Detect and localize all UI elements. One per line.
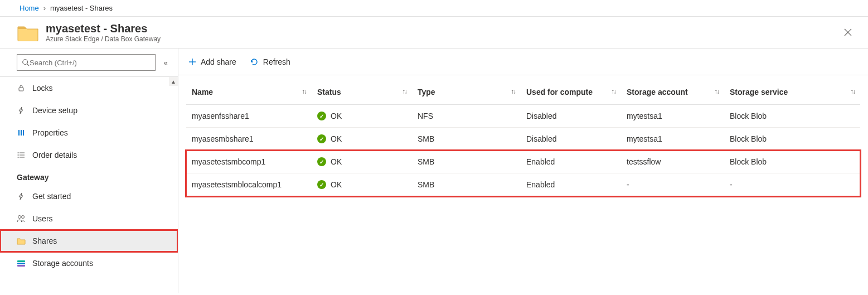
- lock-icon: [17, 84, 26, 93]
- sidebar-item-shares[interactable]: Shares: [0, 230, 178, 252]
- cell-status: ✓OK: [312, 128, 412, 151]
- folder-icon: [17, 22, 39, 42]
- sidebar-scroll[interactable]: ▲ Locks Device setup Properties: [0, 76, 178, 293]
- cell-type: SMB: [412, 128, 521, 151]
- svg-point-12: [18, 216, 21, 219]
- chevron-double-left-icon: «: [163, 59, 167, 67]
- svg-rect-2: [19, 88, 23, 91]
- sort-icon: ↑↓: [850, 88, 855, 95]
- col-name[interactable]: Name↑↓: [186, 81, 312, 105]
- sidebar-item-storage-accounts[interactable]: Storage accounts: [0, 252, 178, 274]
- cell-compute: Enabled: [521, 173, 621, 196]
- ok-icon: ✓: [317, 112, 326, 120]
- sort-icon: ↑↓: [611, 88, 615, 95]
- svg-line-1: [27, 64, 30, 66]
- table-row[interactable]: myasetestsmbcomp1✓OKSMBEnabledtestssflow…: [186, 151, 860, 173]
- search-field[interactable]: [30, 59, 151, 67]
- sliders-icon: [17, 128, 26, 137]
- svg-point-13: [22, 216, 25, 219]
- sidebar-item-get-started[interactable]: Get started: [0, 185, 178, 207]
- cell-type: SMB: [412, 151, 521, 173]
- svg-point-10: [18, 154, 19, 156]
- breadcrumb-home[interactable]: Home: [20, 4, 39, 12]
- cell-type: NFS: [412, 105, 521, 128]
- cell-compute: Enabled: [521, 151, 621, 173]
- breadcrumb: Home › myasetest - Shares: [0, 0, 868, 17]
- sidebar-item-label: Get started: [32, 192, 71, 201]
- cell-compute: Disabled: [521, 105, 621, 128]
- col-service[interactable]: Storage service↑↓: [724, 81, 860, 105]
- page-header: myasetest - Shares Azure Stack Edge / Da…: [0, 17, 868, 48]
- plus-icon: [188, 58, 196, 66]
- bolt-icon: [17, 192, 26, 201]
- col-account[interactable]: Storage account↑↓: [621, 81, 724, 105]
- cell-account: mytestsa1: [621, 105, 724, 128]
- col-type[interactable]: Type↑↓: [412, 81, 521, 105]
- storage-icon: [17, 259, 26, 268]
- sidebar-item-label: Locks: [32, 84, 53, 93]
- sidebar-item-label: Properties: [32, 128, 68, 137]
- refresh-icon: [250, 57, 259, 66]
- col-compute[interactable]: Used for compute↑↓: [521, 81, 621, 105]
- cell-account: mytestsa1: [621, 128, 724, 151]
- cell-service: Block Blob: [724, 128, 860, 151]
- ok-icon: ✓: [317, 157, 326, 166]
- breadcrumb-current: myasetest - Shares: [50, 4, 113, 12]
- cell-name: myasetestsmbcomp1: [186, 151, 312, 173]
- add-share-label: Add share: [201, 57, 236, 66]
- cell-status: ✓OK: [312, 173, 412, 196]
- svg-point-11: [18, 157, 19, 158]
- sidebar-item-label: Device setup: [32, 106, 77, 115]
- cell-status: ✓OK: [312, 151, 412, 173]
- sort-icon: ↑↓: [402, 88, 406, 95]
- close-button[interactable]: [839, 23, 857, 41]
- refresh-button[interactable]: Refresh: [250, 57, 290, 66]
- refresh-label: Refresh: [263, 57, 290, 66]
- shares-table: Name↑↓ Status↑↓ Type↑↓ Used for compute↑…: [186, 81, 860, 196]
- table-header-row: Name↑↓ Status↑↓ Type↑↓ Used for compute↑…: [186, 81, 860, 105]
- cell-name: myasenfsshare1: [186, 105, 312, 128]
- close-icon: [844, 28, 852, 36]
- svg-point-9: [18, 152, 19, 153]
- collapse-sidebar-button[interactable]: «: [160, 57, 171, 68]
- sidebar-item-locks[interactable]: Locks: [0, 77, 178, 99]
- list-icon: [17, 151, 26, 159]
- table-row[interactable]: myasenfsshare1✓OKNFSDisabledmytestsa1Blo…: [186, 105, 860, 128]
- sidebar: « ▲ Locks Device setup Prope: [0, 49, 178, 293]
- cell-account: testssflow: [621, 151, 724, 173]
- col-status[interactable]: Status↑↓: [312, 81, 412, 105]
- table-row[interactable]: myasesmbshare1✓OKSMBDisabledmytestsa1Blo…: [186, 128, 860, 151]
- sort-icon: ↑↓: [511, 88, 515, 95]
- users-icon: [17, 214, 26, 223]
- folder-icon: [17, 236, 26, 245]
- sidebar-item-label: Order details: [32, 151, 77, 159]
- sidebar-section-gateway: Gateway: [0, 166, 178, 185]
- cell-service: Block Blob: [724, 105, 860, 128]
- ok-icon: ✓: [317, 134, 326, 143]
- search-input[interactable]: [17, 54, 156, 71]
- sidebar-item-order-details[interactable]: Order details: [0, 144, 178, 166]
- page-subtitle: Azure Stack Edge / Data Box Gateway: [46, 35, 161, 43]
- cell-name: myasesmbshare1: [186, 128, 312, 151]
- scroll-up-icon[interactable]: ▲: [169, 77, 178, 86]
- cell-name: myasetestsmblocalcomp1: [186, 173, 312, 196]
- search-icon: [22, 59, 30, 66]
- cell-type: SMB: [412, 173, 521, 196]
- add-share-button[interactable]: Add share: [188, 57, 236, 66]
- sidebar-item-device-setup[interactable]: Device setup: [0, 99, 178, 122]
- bolt-icon: [17, 106, 26, 115]
- page-title: myasetest - Shares: [46, 22, 161, 35]
- sidebar-item-properties[interactable]: Properties: [0, 122, 178, 144]
- toolbar: Add share Refresh: [178, 49, 868, 75]
- cell-service: -: [724, 173, 860, 196]
- chevron-right-icon: ›: [43, 4, 46, 12]
- sidebar-item-label: Shares: [32, 236, 57, 245]
- sort-icon: ↑↓: [302, 88, 306, 95]
- table-row[interactable]: myasetestsmblocalcomp1✓OKSMBEnabled--: [186, 173, 860, 196]
- cell-status: ✓OK: [312, 105, 412, 128]
- sidebar-item-users[interactable]: Users: [0, 207, 178, 230]
- sort-icon: ↑↓: [714, 88, 719, 95]
- main-panel: Add share Refresh Name↑↓ Status↑↓ Type↑: [178, 49, 868, 293]
- sidebar-item-label: Storage accounts: [32, 259, 93, 268]
- cell-compute: Disabled: [521, 128, 621, 151]
